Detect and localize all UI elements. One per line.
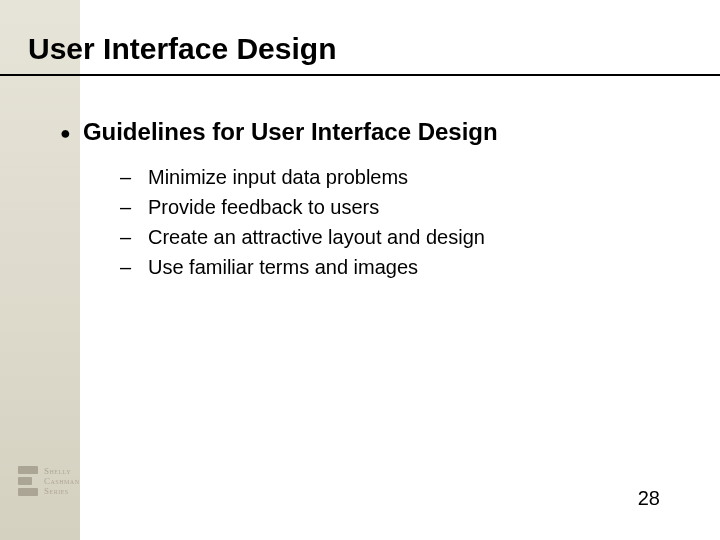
main-bullet: ● Guidelines for User Interface Design	[60, 118, 498, 148]
logo-line: Series	[44, 486, 80, 496]
sub-item-text: Use familiar terms and images	[148, 254, 418, 280]
publisher-logo: Shelly Cashman Series	[18, 466, 80, 496]
bullet-dot-icon: ●	[60, 118, 71, 148]
list-item: – Create an attractive layout and design	[120, 224, 485, 250]
list-item: – Provide feedback to users	[120, 194, 485, 220]
dash-icon: –	[120, 254, 134, 280]
dash-icon: –	[120, 224, 134, 250]
main-bullet-text: Guidelines for User Interface Design	[83, 118, 498, 146]
sub-item-text: Create an attractive layout and design	[148, 224, 485, 250]
slide-title: User Interface Design	[28, 32, 336, 66]
sub-item-text: Provide feedback to users	[148, 194, 379, 220]
sub-bullet-list: – Minimize input data problems – Provide…	[120, 164, 485, 284]
logo-line: Cashman	[44, 476, 80, 486]
dash-icon: –	[120, 194, 134, 220]
logo-line: Shelly	[44, 466, 80, 476]
logo-mark-icon	[18, 466, 38, 496]
page-number: 28	[638, 487, 660, 510]
dash-icon: –	[120, 164, 134, 190]
title-underline	[0, 74, 720, 76]
list-item: – Use familiar terms and images	[120, 254, 485, 280]
list-item: – Minimize input data problems	[120, 164, 485, 190]
sub-item-text: Minimize input data problems	[148, 164, 408, 190]
logo-text: Shelly Cashman Series	[44, 466, 80, 496]
slide-content: User Interface Design ● Guidelines for U…	[0, 0, 720, 540]
